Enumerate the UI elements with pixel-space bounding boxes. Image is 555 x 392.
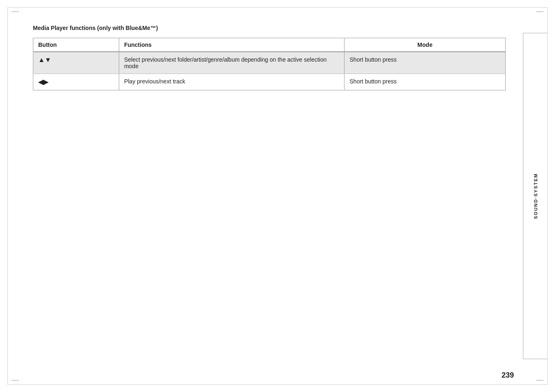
side-tab-label: SOUND·SYSTEM bbox=[533, 173, 538, 219]
cell-function-text: Select previous/next folder/artist/genre… bbox=[119, 52, 344, 74]
corner-mark-tr bbox=[536, 12, 543, 12]
functions-table: Button Functions Mode ▲▼Select previous/… bbox=[33, 38, 506, 90]
corner-mark-br bbox=[536, 380, 543, 380]
side-tab: SOUND·SYSTEM bbox=[523, 33, 548, 359]
cell-mode-text: Short button press bbox=[345, 52, 506, 74]
table-header-row: Button Functions Mode bbox=[33, 38, 506, 52]
table-row: ▲▼Select previous/next folder/artist/gen… bbox=[33, 52, 506, 74]
header-functions: Functions bbox=[119, 38, 344, 52]
cell-button-symbol: ◀▶ bbox=[33, 74, 119, 90]
cell-button-symbol: ▲▼ bbox=[33, 52, 119, 74]
main-content: Media Player functions (only with Blue&M… bbox=[33, 25, 506, 367]
cell-function-text: Play previous/next track bbox=[119, 74, 344, 90]
page-title: Media Player functions (only with Blue&M… bbox=[33, 25, 506, 31]
page-number: 239 bbox=[502, 371, 514, 380]
corner-mark-bl bbox=[12, 380, 19, 380]
header-button: Button bbox=[33, 38, 119, 52]
table-row: ◀▶Play previous/next trackShort button p… bbox=[33, 74, 506, 90]
header-mode: Mode bbox=[345, 38, 506, 52]
corner-mark-tl bbox=[12, 12, 19, 12]
cell-mode-text: Short button press bbox=[345, 74, 506, 90]
